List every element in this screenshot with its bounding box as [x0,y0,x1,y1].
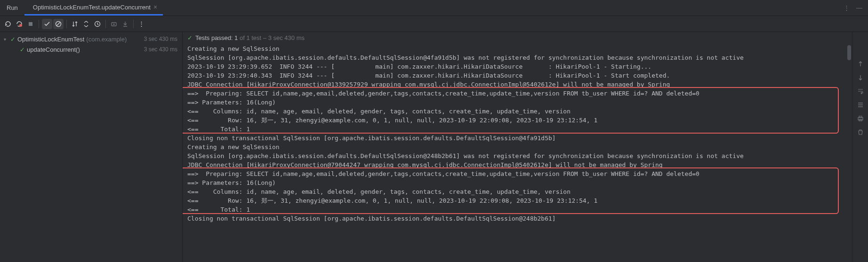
toolbar-more-button[interactable]: ⋮ [137,19,147,29]
toolbar: ⋮ [0,16,868,32]
rerun-button[interactable] [3,19,13,29]
console-line: JDBC Connection [HikariProxyConnection@7… [187,160,852,169]
console-line: ==> Preparing: SELECT id,name,age,email,… [187,89,852,98]
run-label: Run [7,4,18,11]
console-line: 2023-10-19 23:29:40.343 INFO 3244 --- [ … [187,71,852,80]
history-button[interactable] [92,19,103,29]
console-line: <== Columns: id, name, age, email, delet… [187,107,852,116]
chevron-down-icon[interactable]: ▾ [4,37,10,42]
scrollbar[interactable] [847,45,851,60]
console-line: SqlSession [org.apache.ibatis.session.de… [187,151,852,160]
console-line: ==> Parameters: 16(Long) [187,178,852,187]
rerun-failed-button[interactable] [14,19,24,29]
show-ignored-button[interactable] [53,19,64,29]
console-line: <== Row: 16, 郑一, 31, zhengyi@example.com… [187,196,852,205]
tab-test-label: OptimisticLockEnumTest.updateConcurrent [33,4,151,11]
print-icon[interactable] [857,115,864,124]
pass-icon: ✓ [187,34,193,41]
hide-icon[interactable]: — [856,4,862,11]
stop-button[interactable] [25,19,36,29]
tree-child-time: 3 sec 430 ms [144,46,177,53]
tree-child-row[interactable]: ✓ updateConcurrent() 3 sec 430 ms [0,44,182,55]
scroll-up-icon[interactable] [857,60,864,69]
svg-point-6 [113,24,115,25]
tree-root-row[interactable]: ▾ ✓ OptimisticLockEnumTest (com.example)… [0,34,182,44]
pass-icon: ✓ [20,46,25,53]
tree-root-package: (com.example) [86,36,127,43]
tab-bar: Run OptimisticLockEnumTest.updateConcurr… [0,0,868,16]
scroll-down-icon[interactable] [857,74,864,83]
clear-icon[interactable] [857,128,864,137]
run-tool-label: Run [0,0,24,16]
console-panel: ✓ Tests passed: 1 of 1 test – 3 sec 430 … [183,32,852,262]
console-line: <== Total: 1 [187,125,852,134]
console-line: <== Row: 16, 郑一, 31, zhengyi@example.com… [187,116,852,125]
svg-rect-2 [29,22,32,26]
svg-point-1 [19,24,22,27]
right-gutter [852,32,868,262]
close-icon[interactable]: × [153,3,157,11]
tree-root-time: 3 sec 430 ms [144,36,177,42]
tab-test-run[interactable]: OptimisticLockEnumTest.updateConcurrent … [24,0,163,16]
console-line: Creating a new SqlSession [187,44,852,53]
summary-prefix: Tests passed: [195,34,234,41]
export-tests-button[interactable] [120,19,130,29]
tree-root-label: OptimisticLockEnumTest [17,36,84,43]
pass-icon: ✓ [10,36,16,43]
expand-all-button[interactable] [81,19,91,29]
test-tree: ▾ ✓ OptimisticLockEnumTest (com.example)… [0,32,183,262]
scroll-to-end-icon[interactable] [857,101,864,110]
console-output[interactable]: Creating a new SqlSession SqlSession [or… [183,43,852,262]
console-line: ==> Preparing: SELECT id,name,age,email,… [187,169,852,178]
show-passed-button[interactable] [42,19,52,29]
more-icon[interactable]: ⋮ [844,4,851,11]
console-line: SqlSession [org.apache.ibatis.session.de… [187,53,852,62]
tests-summary: ✓ Tests passed: 1 of 1 test – 3 sec 430 … [183,32,852,43]
console-line: Creating a new SqlSession [187,143,852,151]
import-tests-button[interactable] [109,19,119,29]
console-line: Closing non transactional SqlSession [or… [187,214,852,223]
sort-button[interactable] [70,19,80,29]
tree-child-label: updateConcurrent() [27,46,80,53]
console-line: ==> Parameters: 16(Long) [187,98,852,107]
console-line: JDBC Connection [HikariProxyConnection@1… [187,80,852,89]
console-line: 2023-10-19 23:29:39.652 INFO 3244 --- [ … [187,62,852,71]
summary-tail: of 1 test – 3 sec 430 ms [238,34,305,41]
console-line: <== Columns: id, name, age, email, delet… [187,187,852,196]
console-line: <== Total: 1 [187,205,852,214]
console-line: Closing non transactional SqlSession [or… [187,134,852,143]
svg-rect-8 [859,116,862,118]
soft-wrap-icon[interactable] [857,87,864,96]
